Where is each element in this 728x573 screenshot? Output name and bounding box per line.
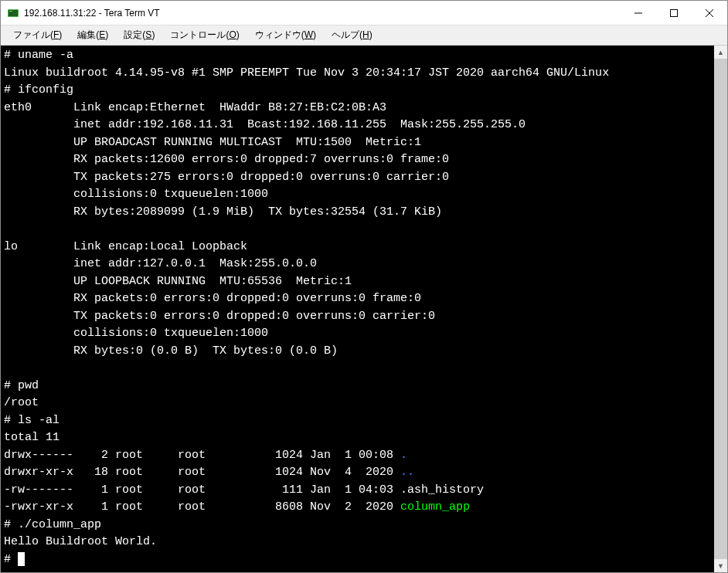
terminal-line (4, 221, 711, 239)
maximize-button[interactable] (656, 1, 692, 25)
terminal-line: TX packets:0 errors:0 dropped:0 overruns… (4, 308, 711, 326)
minimize-button[interactable] (621, 1, 656, 25)
terminal[interactable]: # uname -aLinux buildroot 4.14.95-v8 #1 … (1, 46, 714, 572)
close-button[interactable] (692, 1, 727, 25)
terminal-line: # uname -a (4, 47, 711, 65)
menu-setup[interactable]: 設定(S) (116, 25, 162, 45)
scroll-thumb[interactable] (714, 59, 727, 559)
vertical-scrollbar[interactable]: ▲ ▼ (714, 46, 727, 572)
menu-help[interactable]: ヘルプ(H) (324, 25, 380, 45)
terminal-line: RX bytes:0 (0.0 B) TX bytes:0 (0.0 B) (4, 343, 711, 361)
window-title: 192.168.11.31:22 - Tera Term VT (24, 8, 621, 19)
menu-file[interactable]: ファイル(F) (5, 25, 70, 45)
terminal-line: UP BROADCAST RUNNING MULTICAST MTU:1500 … (4, 134, 711, 152)
terminal-line: TX packets:275 errors:0 dropped:0 overru… (4, 169, 711, 187)
scroll-track[interactable] (714, 59, 727, 559)
terminal-line: drwx------ 2 root root 1024 Jan 1 00:08 … (4, 447, 711, 465)
terminal-line: -rwxr-xr-x 1 root root 8608 Nov 2 2020 c… (4, 499, 711, 517)
terminal-line: UP LOOPBACK RUNNING MTU:65536 Metric:1 (4, 273, 711, 291)
terminal-line: inet addr:192.168.11.31 Bcast:192.168.11… (4, 117, 711, 134)
terminal-line: inet addr:127.0.0.1 Mask:255.0.0.0 (4, 256, 711, 273)
menu-window[interactable]: ウィンドウ(W) (247, 25, 324, 45)
window-controls (621, 1, 727, 25)
terminal-line: # ifconfig (4, 82, 711, 100)
terminal-line: eth0 Link encap:Ethernet HWaddr B8:27:EB… (4, 100, 711, 117)
terminal-line: drwxr-xr-x 18 root root 1024 Nov 4 2020 … (4, 464, 711, 482)
terminal-line: # pwd (4, 378, 711, 395)
scroll-down-arrow[interactable]: ▼ (714, 559, 727, 572)
terminal-line: total 11 (4, 429, 711, 447)
svg-rect-4 (671, 10, 678, 17)
terminal-area: # uname -aLinux buildroot 4.14.95-v8 #1 … (1, 46, 727, 572)
terminal-line: lo Link encap:Local Loopback (4, 239, 711, 256)
close-icon (706, 9, 713, 17)
svg-rect-2 (9, 11, 12, 12)
maximize-icon (670, 9, 678, 17)
scroll-up-arrow[interactable]: ▲ (714, 46, 727, 59)
cursor (18, 552, 25, 566)
terminal-line: collisions:0 txqueuelen:1000 (4, 186, 711, 204)
app-icon (7, 7, 19, 19)
app-window: 192.168.11.31:22 - Tera Term VT ファイル(F) … (0, 0, 728, 573)
terminal-line: collisions:0 txqueuelen:1000 (4, 325, 711, 343)
menu-control[interactable]: コントロール(O) (162, 25, 247, 45)
minimize-icon (634, 9, 642, 17)
terminal-line: # (4, 551, 711, 569)
menubar: ファイル(F) 編集(E) 設定(S) コントロール(O) ウィンドウ(W) ヘ… (1, 25, 727, 46)
terminal-line (4, 360, 711, 378)
terminal-line: -rw------- 1 root root 111 Jan 1 04:03 .… (4, 482, 711, 500)
terminal-line: Hello Buildroot World. (4, 534, 711, 551)
terminal-line: Linux buildroot 4.14.95-v8 #1 SMP PREEMP… (4, 65, 711, 83)
terminal-line: /root (4, 395, 711, 412)
menu-edit[interactable]: 編集(E) (70, 25, 116, 45)
terminal-line: RX packets:12600 errors:0 dropped:7 over… (4, 151, 711, 169)
titlebar: 192.168.11.31:22 - Tera Term VT (1, 1, 727, 25)
terminal-line: RX packets:0 errors:0 dropped:0 overruns… (4, 290, 711, 308)
terminal-line: # ls -al (4, 412, 711, 430)
terminal-line: RX bytes:2089099 (1.9 MiB) TX bytes:3255… (4, 204, 711, 222)
terminal-line: # ./column_app (4, 517, 711, 534)
